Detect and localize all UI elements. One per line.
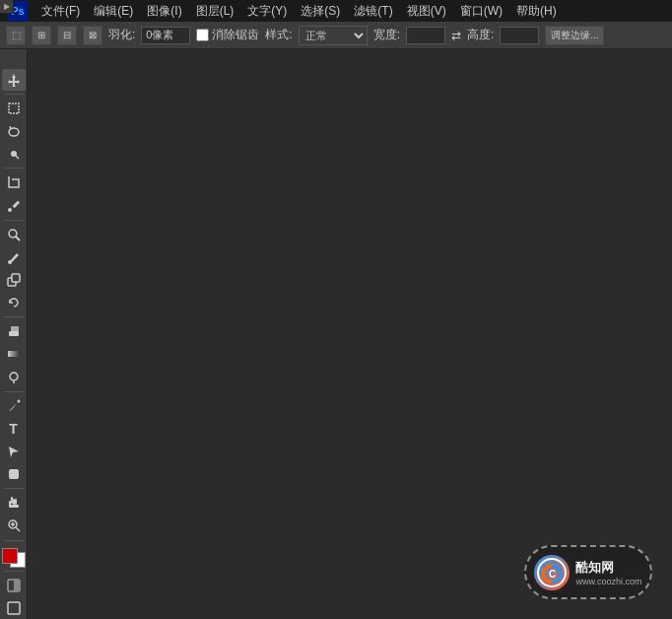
svg-line-3 (10, 126, 11, 129)
antialias-label: 消除锯齿 (212, 27, 259, 43)
main-area: ▶ (0, 49, 672, 619)
feather-input[interactable] (141, 27, 190, 44)
watermark-text: 酷知网 www.coozhi.com (575, 559, 641, 586)
watermark: C 酷知网 www.coozhi.com (524, 545, 652, 599)
foreground-color-swatch[interactable] (2, 548, 18, 564)
menu-bar: 文件(F)编辑(E)图像(I)图层(L)文字(Y)选择(S)滤镜(T)视图(V)… (35, 2, 664, 21)
screen-mode-button[interactable] (2, 597, 26, 619)
move-tool-button[interactable] (2, 69, 26, 91)
menu-item-文件f[interactable]: 文件(F) (35, 2, 86, 21)
toolbar: ▶ (0, 49, 28, 619)
width-input[interactable] (406, 27, 445, 44)
tool-separator-8 (4, 571, 24, 572)
feather-label: 羽化: (108, 27, 135, 43)
svg-point-10 (8, 260, 12, 264)
history-brush-button[interactable] (2, 292, 26, 313)
path-select-button[interactable] (2, 441, 26, 462)
gradient-button[interactable] (2, 343, 26, 365)
svg-rect-12 (12, 274, 20, 282)
width-label: 宽度: (373, 27, 400, 43)
svg-marker-19 (9, 447, 19, 457)
tool-separator-7 (4, 540, 24, 541)
adjust-edge-button[interactable]: 调整边缘... (545, 26, 604, 45)
title-bar: Ps 文件(F)编辑(E)图像(I)图层(L)文字(Y)选择(S)滤镜(T)视图… (0, 0, 672, 22)
clone-button[interactable] (2, 269, 26, 291)
brush-tool-button[interactable] (2, 246, 26, 268)
svg-line-5 (16, 156, 19, 159)
options-icon-2[interactable]: ⊞ (32, 26, 51, 45)
svg-rect-22 (13, 499, 15, 505)
color-swatch-area[interactable] (2, 548, 26, 568)
shape-tool-button[interactable] (2, 463, 26, 485)
tool-separator-6 (4, 488, 24, 489)
options-bar: ⬚ ⊞ ⊟ ⊠ 羽化: 消除锯齿 样式: 正常 固定比例 固定大小 宽度: ⇄ … (0, 22, 672, 49)
zoom-tool-button[interactable] (2, 515, 26, 536)
pen-tool-button[interactable] (2, 395, 26, 417)
svg-rect-13 (9, 331, 19, 336)
antialias-checkbox-label[interactable]: 消除锯齿 (196, 27, 259, 43)
menu-item-编辑e[interactable]: 编辑(E) (88, 2, 139, 21)
options-icon-3[interactable]: ⊟ (57, 26, 77, 45)
eyedropper-button[interactable] (2, 194, 26, 216)
spot-heal-button[interactable] (2, 224, 26, 245)
menu-item-视图v[interactable]: 视图(V) (401, 2, 452, 21)
quick-select-button[interactable] (2, 143, 26, 165)
text-tool-icon: T (9, 421, 18, 437)
exchange-icon[interactable]: ⇄ (451, 29, 461, 42)
options-icon-1[interactable]: ⬚ (6, 26, 26, 45)
watermark-site-name: 酷知网 (575, 559, 641, 577)
tool-separator-2 (4, 168, 24, 169)
svg-point-18 (17, 399, 20, 402)
svg-rect-25 (9, 505, 19, 508)
style-select[interactable]: 正常 固定比例 固定大小 (299, 26, 368, 45)
crop-tool-button[interactable] (2, 172, 26, 193)
svg-rect-31 (14, 580, 20, 591)
svg-point-2 (9, 128, 19, 136)
svg-rect-15 (8, 351, 20, 357)
canvas-area: C 酷知网 www.coozhi.com (28, 49, 672, 619)
svg-point-16 (10, 373, 18, 380)
text-tool-button[interactable]: T (2, 418, 26, 440)
svg-rect-6 (12, 200, 20, 208)
svg-point-8 (9, 230, 17, 238)
menu-item-帮助h[interactable]: 帮助(H) (510, 2, 563, 21)
watermark-logo: C (534, 555, 570, 590)
menu-item-选择s[interactable]: 选择(S) (295, 2, 346, 21)
svg-rect-1 (9, 103, 19, 113)
tool-separator-4 (4, 316, 24, 317)
svg-rect-23 (15, 499, 17, 505)
svg-marker-0 (8, 74, 20, 87)
rectangle-select-button[interactable] (2, 98, 26, 119)
eraser-button[interactable] (2, 320, 26, 342)
lasso-tool-button[interactable] (2, 120, 26, 142)
tool-separator-1 (4, 94, 24, 95)
svg-rect-20 (9, 469, 19, 479)
svg-line-9 (16, 237, 20, 241)
svg-point-7 (8, 208, 12, 212)
antialias-checkbox[interactable] (196, 29, 209, 41)
dodge-button[interactable] (2, 367, 26, 388)
toolbar-collapse-button[interactable]: ▶ (0, 0, 14, 14)
watermark-site-url: www.coozhi.com (575, 577, 641, 586)
quick-mask-button[interactable] (2, 575, 26, 596)
svg-rect-21 (11, 497, 13, 504)
svg-text:C: C (549, 569, 556, 580)
menu-item-图层l[interactable]: 图层(L) (190, 2, 240, 21)
options-icon-4[interactable]: ⊠ (83, 26, 102, 45)
tool-separator-3 (4, 220, 24, 221)
tool-separator-5 (4, 391, 24, 392)
menu-item-图像i[interactable]: 图像(I) (141, 2, 187, 21)
hand-tool-button[interactable] (2, 492, 26, 514)
svg-rect-32 (8, 602, 20, 614)
style-label: 样式: (265, 27, 292, 43)
menu-item-文字y[interactable]: 文字(Y) (241, 2, 293, 21)
svg-marker-14 (11, 326, 19, 331)
menu-item-窗口w[interactable]: 窗口(W) (454, 2, 508, 21)
menu-item-滤镜t[interactable]: 滤镜(T) (348, 2, 398, 21)
svg-line-27 (16, 527, 20, 531)
height-input[interactable] (500, 27, 539, 44)
height-label: 高度: (467, 27, 494, 43)
